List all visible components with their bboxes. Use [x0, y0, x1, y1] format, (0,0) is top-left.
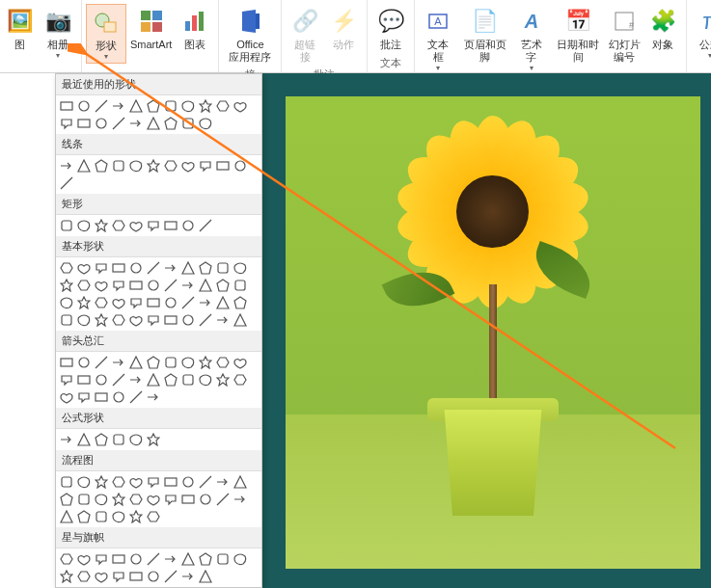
- shape-item[interactable]: [111, 218, 126, 233]
- shape-item[interactable]: [59, 474, 74, 490]
- shape-item[interactable]: [59, 551, 74, 567]
- shape-item[interactable]: [232, 492, 248, 507]
- shape-item[interactable]: [59, 569, 74, 584]
- shape-item[interactable]: [94, 218, 109, 233]
- shape-item[interactable]: [215, 355, 231, 370]
- shape-item[interactable]: [76, 372, 92, 388]
- shape-item[interactable]: [94, 432, 109, 447]
- shape-item[interactable]: [94, 158, 109, 174]
- shape-item[interactable]: [180, 372, 196, 388]
- shape-item[interactable]: [215, 260, 231, 276]
- shape-item[interactable]: [232, 98, 248, 114]
- shape-item[interactable]: [163, 569, 178, 584]
- shape-item[interactable]: [146, 278, 161, 293]
- shape-item[interactable]: [163, 492, 178, 507]
- shape-item[interactable]: [111, 116, 126, 131]
- shape-item[interactable]: [180, 158, 196, 174]
- shape-item[interactable]: [180, 218, 196, 233]
- shape-item[interactable]: [146, 551, 161, 567]
- shape-item[interactable]: [59, 98, 74, 114]
- equation-button[interactable]: π 公式 ▾: [691, 4, 711, 62]
- shape-item[interactable]: [146, 260, 161, 276]
- shape-item[interactable]: [163, 260, 178, 276]
- smartart-button[interactable]: SmartArt: [126, 4, 176, 53]
- shape-item[interactable]: [76, 389, 92, 405]
- shape-item[interactable]: [59, 432, 74, 447]
- shape-item[interactable]: [76, 355, 92, 370]
- shape-item[interactable]: [94, 295, 109, 310]
- shape-item[interactable]: [59, 218, 74, 233]
- shape-item[interactable]: [198, 218, 213, 233]
- shape-item[interactable]: [180, 355, 196, 370]
- shape-item[interactable]: [59, 509, 74, 524]
- shape-item[interactable]: [146, 474, 161, 490]
- shape-item[interactable]: [232, 295, 248, 310]
- shape-item[interactable]: [198, 474, 213, 490]
- shape-item[interactable]: [76, 158, 92, 174]
- shape-item[interactable]: [180, 551, 196, 567]
- shape-item[interactable]: [111, 569, 126, 584]
- shape-item[interactable]: [111, 158, 126, 174]
- shape-item[interactable]: [146, 492, 161, 507]
- shape-item[interactable]: [232, 551, 248, 567]
- shape-item[interactable]: [128, 474, 144, 490]
- shape-item[interactable]: [128, 509, 144, 524]
- shape-item[interactable]: [198, 372, 213, 388]
- shape-item[interactable]: [128, 389, 144, 405]
- shape-item[interactable]: [76, 116, 92, 131]
- shape-item[interactable]: [215, 158, 231, 174]
- shape-item[interactable]: [94, 389, 109, 405]
- shape-item[interactable]: [111, 389, 126, 405]
- shape-item[interactable]: [232, 474, 248, 490]
- shape-item[interactable]: [163, 98, 178, 114]
- shape-item[interactable]: [146, 158, 161, 174]
- shapes-button[interactable]: 形状 ▾: [86, 4, 126, 64]
- shape-item[interactable]: [128, 260, 144, 276]
- shape-item[interactable]: [146, 432, 161, 447]
- wordart-button[interactable]: A 艺术字 ▾: [512, 4, 551, 74]
- shape-item[interactable]: [128, 278, 144, 293]
- shape-item[interactable]: [128, 218, 144, 233]
- shape-item[interactable]: [215, 295, 231, 310]
- shape-item[interactable]: [76, 492, 92, 507]
- shape-item[interactable]: [128, 158, 144, 174]
- shape-item[interactable]: [128, 372, 144, 388]
- shape-item[interactable]: [111, 312, 126, 328]
- shape-item[interactable]: [163, 158, 178, 174]
- shape-item[interactable]: [163, 278, 178, 293]
- shape-item[interactable]: [76, 295, 92, 310]
- shape-item[interactable]: [76, 278, 92, 293]
- shape-item[interactable]: [215, 492, 231, 507]
- shape-item[interactable]: [111, 474, 126, 490]
- shape-item[interactable]: [59, 312, 74, 328]
- shape-item[interactable]: [232, 355, 248, 370]
- shape-item[interactable]: [94, 355, 109, 370]
- shape-item[interactable]: [128, 98, 144, 114]
- shape-item[interactable]: [163, 295, 178, 310]
- shape-item[interactable]: [59, 158, 74, 174]
- shape-item[interactable]: [180, 295, 196, 310]
- shape-item[interactable]: [59, 278, 74, 293]
- shape-item[interactable]: [163, 474, 178, 490]
- shape-item[interactable]: [163, 551, 178, 567]
- shape-item[interactable]: [76, 509, 92, 524]
- shape-item[interactable]: [111, 432, 126, 447]
- shape-item[interactable]: [111, 372, 126, 388]
- shape-item[interactable]: [94, 474, 109, 490]
- shape-item[interactable]: [59, 295, 74, 310]
- shape-item[interactable]: [146, 355, 161, 370]
- shape-item[interactable]: [180, 98, 196, 114]
- shape-item[interactable]: [76, 474, 92, 490]
- shape-item[interactable]: [76, 218, 92, 233]
- shape-item[interactable]: [94, 260, 109, 276]
- shape-item[interactable]: [59, 116, 74, 131]
- shape-item[interactable]: [94, 312, 109, 328]
- slidenumber-button[interactable]: # 幻灯片 编号: [605, 4, 643, 66]
- chart-button[interactable]: 图表: [176, 4, 214, 53]
- shape-item[interactable]: [198, 260, 213, 276]
- shape-item[interactable]: [94, 509, 109, 524]
- shape-item[interactable]: [128, 551, 144, 567]
- shape-item[interactable]: [215, 474, 231, 490]
- shape-item[interactable]: [180, 569, 196, 584]
- shape-item[interactable]: [128, 295, 144, 310]
